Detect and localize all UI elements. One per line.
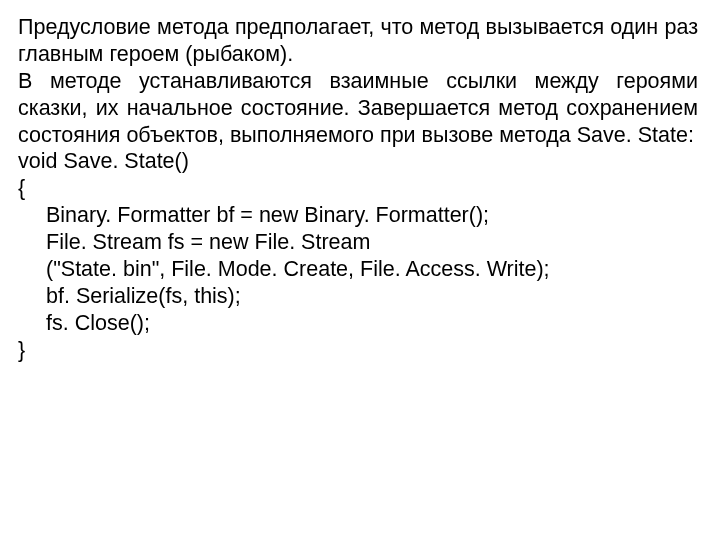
code-line-1: void Save. State() — [18, 148, 698, 175]
paragraph-2: В методе устанавливаются взаимные ссылки… — [18, 68, 698, 149]
document-page: Предусловие метода предполагает, что мет… — [0, 0, 720, 363]
code-line-5: ("State. bin", File. Mode. Create, File.… — [18, 256, 698, 283]
code-line-7: fs. Close(); — [18, 310, 698, 337]
paragraph-1: Предусловие метода предполагает, что мет… — [18, 14, 698, 68]
code-line-6: bf. Serialize(fs, this); — [18, 283, 698, 310]
code-line-8: } — [18, 337, 698, 364]
code-line-3: Binary. Formatter bf = new Binary. Forma… — [18, 202, 698, 229]
code-line-2: { — [18, 175, 698, 202]
code-line-4: File. Stream fs = new File. Stream — [18, 229, 698, 256]
